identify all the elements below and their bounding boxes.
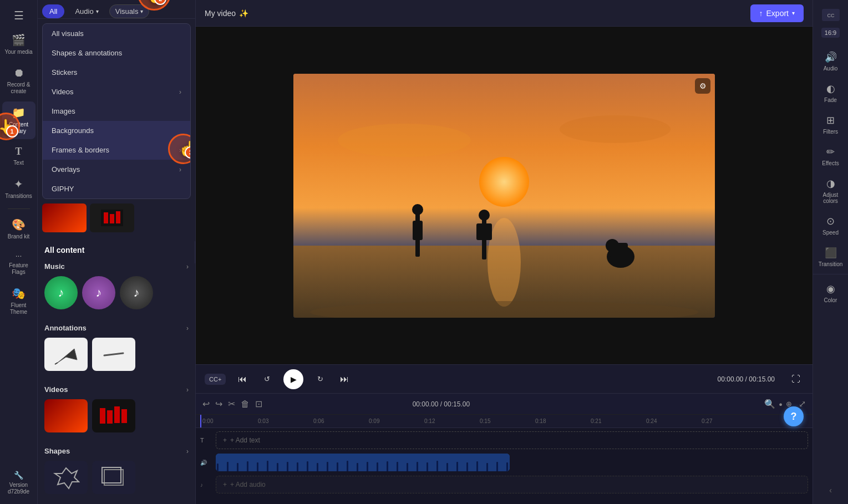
- right-effects-button[interactable]: ✏ Effects: [815, 141, 846, 171]
- cut-button[interactable]: ✂: [228, 399, 235, 409]
- right-adjust-colors-label: Adjust colors: [817, 192, 844, 204]
- sidebar-item-brand-kit[interactable]: 🎨 Brand kit: [2, 213, 35, 245]
- svg-rect-40: [297, 462, 298, 471]
- music-section-header[interactable]: Music ›: [42, 259, 191, 274]
- menu-item-giphy[interactable]: GIPHY: [43, 179, 190, 198]
- video-thumb-1[interactable]: [44, 399, 88, 432]
- rewind-5s-button[interactable]: ↺: [259, 371, 275, 387]
- shape-thumb-1[interactable]: [44, 461, 88, 494]
- sidebar-label-brand: Brand kit: [8, 233, 29, 240]
- video-thumb-2[interactable]: [92, 399, 135, 432]
- right-transition-button[interactable]: ⬛ Transition: [815, 242, 846, 272]
- captions-button[interactable]: CC+: [205, 374, 226, 385]
- sidebar-item-your-media[interactable]: 🎬 Your media: [2, 29, 35, 60]
- svg-rect-38: [277, 463, 278, 471]
- menu-item-backgrounds[interactable]: Backgrounds: [43, 121, 190, 140]
- add-text-track[interactable]: + + Add text: [216, 431, 808, 449]
- right-audio-button[interactable]: 🔊 Audio: [815, 47, 846, 76]
- hamburger-menu[interactable]: ☰: [2, 4, 35, 27]
- menu-item-images[interactable]: Images: [43, 101, 190, 121]
- export-label: Export: [766, 9, 789, 18]
- svg-rect-53: [426, 462, 428, 471]
- sidebar-item-record[interactable]: ⏺ Record & create: [2, 62, 35, 99]
- svg-rect-32: [217, 464, 219, 471]
- videos-section-header[interactable]: Videos ›: [42, 382, 191, 397]
- svg-rect-44: [337, 462, 338, 471]
- menu-item-videos[interactable]: Videos ›: [43, 82, 190, 101]
- menu-arrow-videos: ›: [179, 88, 181, 96]
- thumb-preview-1[interactable]: [42, 203, 87, 232]
- menu-item-frames[interactable]: Frames & borders › ☝ 3: [43, 140, 190, 160]
- tab-audio[interactable]: Audio ▾: [68, 4, 105, 18]
- menu-item-all-visuals[interactable]: All visuals: [43, 24, 190, 43]
- add-audio-track[interactable]: + + Add audio: [216, 476, 808, 493]
- tab-all[interactable]: All: [42, 4, 64, 18]
- tab-visuals[interactable]: Visuals ▾ ☝ 2: [109, 4, 150, 18]
- video-settings-button[interactable]: ⚙: [695, 78, 710, 94]
- add-text-plus: +: [223, 436, 227, 444]
- right-filters-icon: ⊞: [826, 114, 835, 126]
- export-button[interactable]: ↑ Export ▾: [750, 4, 804, 22]
- skip-to-end-button[interactable]: ⏭: [337, 371, 352, 387]
- tl-time-current: 00:00.00: [413, 400, 439, 408]
- expand-icon[interactable]: ⤢: [799, 399, 806, 409]
- svg-rect-10: [114, 406, 120, 423]
- record-icon: ⏺: [13, 67, 24, 79]
- audio-chevron-icon: ▾: [96, 8, 99, 14]
- music-thumb-3[interactable]: ♪: [120, 276, 153, 309]
- annotations-section-arrow: ›: [186, 324, 189, 332]
- undo-button[interactable]: ↩: [202, 399, 210, 409]
- music-thumb-1[interactable]: ♪: [44, 276, 78, 309]
- sidebar-item-text[interactable]: T Text: [2, 141, 35, 171]
- aspect-ratio-badge[interactable]: 16:9: [821, 28, 840, 38]
- timeline-time-display: 00:00.00 / 00:15.00: [413, 400, 470, 408]
- duplicate-button[interactable]: ⊡: [255, 399, 262, 409]
- svg-rect-1: [104, 212, 108, 223]
- sidebar-label-record: Record & create: [4, 82, 33, 95]
- thumb-preview-2[interactable]: [90, 203, 134, 232]
- svg-point-23: [412, 204, 423, 215]
- skip-back-start-button[interactable]: ⏮: [235, 371, 250, 387]
- delete-button[interactable]: 🗑: [241, 399, 250, 409]
- annotations-section-header[interactable]: Annotations ›: [42, 320, 191, 335]
- sidebar-item-fluent-theme[interactable]: 🎭 Fluent Theme: [2, 282, 35, 320]
- music-section-arrow: ›: [186, 263, 189, 271]
- sidebar-item-content-library[interactable]: 📁 Content library 👆 1: [2, 101, 35, 139]
- sidebar-item-transitions[interactable]: ✦ Transitions: [2, 173, 35, 204]
- right-fade-button[interactable]: ◐ Fade: [815, 78, 846, 108]
- annotation-thumb-2[interactable]: [92, 338, 135, 371]
- music-thumb-2[interactable]: ♪: [82, 276, 115, 309]
- right-speed-button[interactable]: ⊙ Speed: [815, 211, 846, 240]
- menu-item-overlays[interactable]: Overlays ›: [43, 160, 190, 179]
- sidebar-item-feature-flags[interactable]: ··· Feature Flags: [2, 247, 35, 280]
- redo-button[interactable]: ↪: [215, 399, 222, 409]
- zoom-out-icon[interactable]: 🔍: [764, 399, 775, 409]
- zoom-controls: 🔍 ● ⊕ ⤢: [764, 399, 806, 409]
- main-area: All Audio ▾ Visuals ▾ ☝ 2: [38, 0, 848, 504]
- menu-label-videos: Videos: [52, 88, 74, 96]
- annotation-thumb-1[interactable]: [44, 338, 88, 371]
- sidebar-label-flags: Feature Flags: [4, 262, 33, 276]
- shapes-section-header[interactable]: Shapes ›: [42, 444, 191, 459]
- right-color-button[interactable]: ◉ Color: [815, 278, 846, 308]
- forward-5s-button[interactable]: ↻: [312, 371, 328, 387]
- sidebar-item-version[interactable]: 🔧 Version d72b9de: [2, 466, 35, 500]
- sidebar-label-fluent: Fluent Theme: [4, 302, 33, 315]
- chevron-left-icon[interactable]: ‹: [829, 486, 832, 495]
- shape-thumb-2[interactable]: [92, 461, 135, 494]
- right-filters-button[interactable]: ⊞ Filters: [815, 110, 846, 139]
- menu-item-shapes[interactable]: Shapes & annotations: [43, 43, 190, 63]
- right-adjust-colors-button[interactable]: ◑ Adjust colors: [815, 173, 846, 208]
- content-panel: All Audio ▾ Visuals ▾ ☝ 2: [38, 0, 848, 504]
- play-pause-button[interactable]: ▶: [283, 369, 303, 389]
- help-button[interactable]: ?: [784, 406, 804, 426]
- svg-rect-43: [327, 462, 328, 471]
- captions-icon-right: CC: [822, 9, 840, 21]
- fullscreen-button[interactable]: ⛶: [788, 371, 804, 387]
- svg-rect-3: [116, 211, 120, 223]
- video-track-content[interactable]: [216, 454, 510, 471]
- magic-icon[interactable]: ✨: [239, 9, 248, 18]
- timeline-ruler: 0:00 0:03 0:06 0:09 0:12 0:15 0:18 0:21 …: [196, 415, 813, 428]
- menu-item-stickers[interactable]: Stickers: [43, 63, 190, 82]
- audio-track-label: ♪: [200, 481, 211, 488]
